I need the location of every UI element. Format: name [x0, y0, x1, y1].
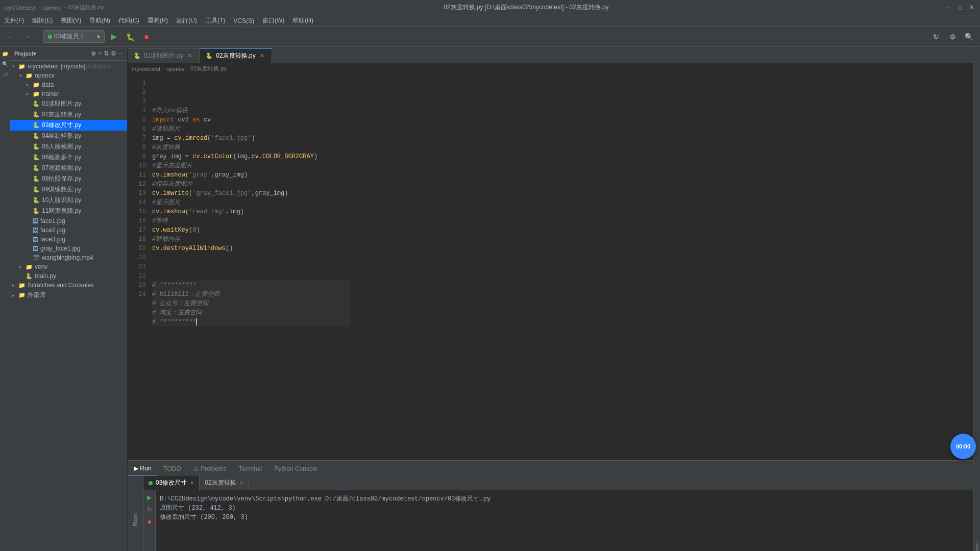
run-restart-icon[interactable]: ↻	[144, 505, 155, 515]
tool-tab-Terminal[interactable]: Terminal	[233, 461, 268, 477]
py-icon: 🐍	[33, 154, 40, 161]
py-icon: 🐍	[33, 111, 40, 118]
tab-close-button[interactable]: ✕	[259, 52, 265, 60]
run-tab-02灰度转换[interactable]: 02灰度转换 ✕	[200, 476, 249, 491]
menu-item[interactable]: 工具(T)	[201, 15, 229, 26]
search-button[interactable]: 🔍	[962, 30, 976, 44]
tab-02灰度转换.py[interactable]: 🐍 02灰度转换.py ✕	[200, 48, 272, 63]
editor-area: 123456789101112131415161718192021222324 …	[128, 74, 973, 460]
tree-item-外部库[interactable]: ▸📁外部库	[10, 290, 127, 300]
run-config-selector[interactable]: 03修改尺寸 ▾	[43, 30, 105, 43]
tree-item-04绘制矩形.py[interactable]: 🐍04绘制矩形.py	[10, 131, 127, 141]
tool-tab-▶Run[interactable]: ▶ Run	[128, 461, 157, 477]
menu-item[interactable]: 运行(U)	[172, 15, 201, 26]
code-line: #灰度转换	[152, 143, 350, 152]
editor-scrollbar[interactable]	[354, 74, 360, 460]
menu-item[interactable]: 编辑(E)	[28, 15, 57, 26]
breadcrumb-item[interactable]: 02灰度转换.py	[190, 65, 227, 72]
stop-button[interactable]: ■	[139, 30, 154, 44]
tree-item-trainer[interactable]: ▸📁trainer	[10, 89, 127, 98]
tree-label: trainer	[42, 90, 59, 97]
tree-item-opencv[interactable]: ▾📁opencv	[10, 71, 127, 80]
menu-item[interactable]: VCS(S)	[229, 16, 258, 26]
tree-item-face1.jpg[interactable]: 🖼face1.jpg	[10, 216, 127, 226]
debug-button[interactable]: 🐛	[123, 30, 137, 44]
tool-tab-⚠Problems[interactable]: ⚠ Problems	[187, 461, 233, 477]
list-icon[interactable]: ≡	[98, 50, 102, 57]
tree-item-08拍照保存.py[interactable]: 🐍08拍照保存.py	[10, 173, 127, 184]
tree-item-face2.jpg[interactable]: 🖼face2.jpg	[10, 226, 127, 235]
collapse-icon[interactable]: ─	[118, 50, 123, 57]
line-number: 8	[130, 143, 146, 152]
tree-item-Scratches-and-Consoles[interactable]: ▸📁Scratches and Consoles	[10, 281, 127, 290]
tree-item-02灰度转换.py[interactable]: 🐍02灰度转换.py	[10, 109, 127, 120]
timer-button[interactable]: 00:00	[950, 434, 976, 459]
tree-item-03修改尺寸.py[interactable]: 🐍03修改尺寸.py	[10, 120, 127, 131]
tab-close-button[interactable]: ✕	[186, 52, 193, 60]
menu-item[interactable]: 文件(F)	[0, 15, 28, 26]
tab-01读取图片.py[interactable]: 🐍 01读取图片.py ✕	[128, 48, 200, 63]
menu-item[interactable]: 帮助(H)	[288, 15, 317, 26]
code-line: gray_img = cv.cvtColor(img,cv.COLOR_BGR2…	[152, 152, 350, 161]
run-button[interactable]: ▶	[107, 30, 121, 44]
tool-tab-TODO[interactable]: TODO	[157, 461, 187, 477]
reload-button[interactable]: ↻	[929, 30, 943, 44]
activity-bar: 📁 🔍 ⎇ ⚙	[0, 47, 10, 551]
breadcrumb-item[interactable]: mycodetest	[132, 66, 160, 72]
run-tab-close[interactable]: ✕	[239, 480, 243, 486]
activity-git-icon[interactable]: ⎇	[1, 69, 10, 79]
tree-label: mycodetest [mycode]	[28, 63, 85, 70]
run-tab-close[interactable]: ✕	[190, 480, 194, 486]
toolbar: ← → 03修改尺寸 ▾ ▶ 🐛 ■ ↻ ⚙ 🔍	[0, 27, 980, 47]
code-editor[interactable]: #导入cv模块import cv2 as cv#读取图片img = cv.imr…	[152, 74, 354, 460]
activity-search-icon[interactable]: 🔍	[1, 59, 10, 68]
menu-item[interactable]: 代码(C)	[114, 15, 143, 26]
favorites-label[interactable]: Favorites	[974, 541, 979, 551]
tree-item-09训练数据.py[interactable]: 🐍09训练数据.py	[10, 184, 127, 195]
menu-item[interactable]: 导航(N)	[85, 15, 114, 26]
gear-icon[interactable]: ⚙	[111, 50, 116, 57]
close-button[interactable]: ✕	[967, 3, 976, 12]
run-tab-03修改尺寸[interactable]: 03修改尺寸 ✕	[143, 476, 200, 491]
sort-icon[interactable]: ⇅	[104, 50, 109, 57]
menu-item[interactable]: 重构(R)	[143, 15, 173, 26]
tree-label: 04绘制矩形.py	[42, 132, 81, 140]
run-output-line: 原图尺寸 (232, 412, 3)	[160, 504, 969, 513]
tree-item-venv[interactable]: ▸📁venv	[10, 262, 127, 271]
run-play-icon[interactable]: ▶	[144, 492, 155, 503]
tree-item-wangbingbing.mp4[interactable]: 🎬wangbingbing.mp4	[10, 253, 127, 262]
py-icon: 🐍	[33, 133, 40, 139]
run-config-chevron: ▾	[97, 33, 100, 40]
activity-folder-icon[interactable]: 📁	[1, 49, 10, 58]
menu-item[interactable]: 视图(V)	[57, 15, 85, 26]
tree-item-01读取图片.py[interactable]: 🐍01读取图片.py	[10, 98, 127, 109]
back-button[interactable]: ←	[4, 30, 18, 44]
tree-item-data[interactable]: ▸📁data	[10, 80, 127, 89]
tool-tab-PythonConsole[interactable]: Python Console	[268, 461, 324, 477]
menu-item[interactable]: 窗口(W)	[258, 15, 288, 26]
tree-label: face1.jpg	[40, 217, 65, 224]
maximize-button[interactable]: □	[955, 3, 965, 12]
tree-label: 外部库	[28, 291, 46, 299]
tree-item-06检测多个.py[interactable]: 🐍06检测多个.py	[10, 152, 127, 163]
tree-item-11网页视频.py[interactable]: 🐍11网页视频.py	[10, 206, 127, 216]
forward-button[interactable]: →	[20, 30, 35, 44]
code-line: #释放内存	[152, 235, 350, 244]
tree-item-main.py[interactable]: 🐍main.py	[10, 271, 127, 281]
minimize-button[interactable]: ─	[944, 3, 953, 12]
line-number: 14	[130, 198, 146, 207]
line-number: 18	[130, 235, 146, 244]
tree-item-mycodetest-[mycode][interactable]: ▾📁mycodetest [mycode] D:\桌面\cla...	[10, 62, 127, 71]
tree-item-05人脸检测.py[interactable]: 🐍05人脸检测.py	[10, 141, 127, 152]
tree-item-07视频检测.py[interactable]: 🐍07视频检测.py	[10, 163, 127, 173]
settings-button[interactable]: ⚙	[945, 30, 960, 44]
add-icon[interactable]: ⊕	[91, 50, 96, 57]
run-stop-icon[interactable]: ■	[144, 517, 155, 527]
tree-item-gray_face1.jpg[interactable]: 🖼gray_face1.jpg	[10, 244, 127, 253]
tree-item-10人脸识别.py[interactable]: 🐍10人脸识别.py	[10, 195, 127, 206]
run-tab-label: 02灰度转换	[205, 479, 236, 487]
breadcrumb-item[interactable]: opencv	[166, 66, 184, 72]
tab-py-icon: 🐍	[134, 53, 141, 59]
tree-label: 01读取图片.py	[42, 99, 81, 108]
tree-item-face3.jpg[interactable]: 🖼face3.jpg	[10, 235, 127, 244]
